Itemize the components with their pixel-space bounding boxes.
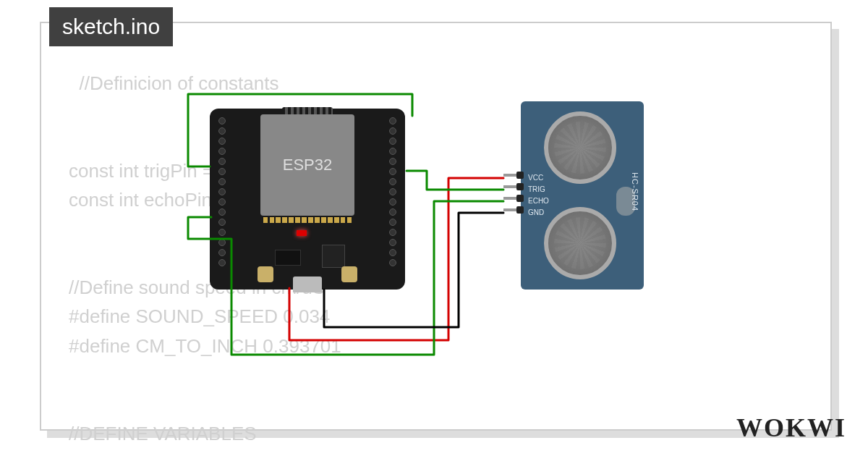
file-tab[interactable]: sketch.ino: [49, 7, 173, 46]
file-tab-label: sketch.ino: [62, 14, 160, 38]
esp32-label: ESP32: [283, 156, 333, 174]
sensor-pin-header: [503, 174, 522, 211]
sensor-name-label: HC-SR04: [631, 172, 639, 211]
pin-label: TRIG: [528, 185, 545, 193]
hcsr04-sensor[interactable]: HC-SR04 VCC TRIG ECHO GND: [521, 101, 644, 290]
pin-trig[interactable]: [503, 185, 522, 188]
pin-echo[interactable]: [503, 197, 522, 200]
enable-button[interactable]: [341, 266, 357, 282]
power-led-icon: [297, 230, 307, 236]
transducer-icon: [544, 207, 616, 279]
solder-pads-right: [276, 217, 352, 223]
boot-button[interactable]: [258, 266, 273, 282]
usb-chip-icon: [322, 245, 345, 268]
esp32-shield: ESP32: [260, 114, 354, 216]
pin-label: VCC: [528, 174, 543, 182]
pin-vcc[interactable]: [503, 174, 522, 177]
pin-header-right: [389, 117, 396, 266]
micro-usb-icon: [293, 276, 322, 292]
regulator-icon: [275, 250, 301, 266]
wokwi-logo: WOKWI: [736, 413, 846, 443]
transducer-icon: [544, 111, 616, 184]
pin-header-left: [218, 117, 226, 266]
pin-gnd[interactable]: [503, 208, 522, 211]
pin-label: ECHO: [528, 197, 549, 205]
pin-label: GND: [528, 208, 544, 216]
esp32-board[interactable]: ESP32: [210, 109, 405, 290]
